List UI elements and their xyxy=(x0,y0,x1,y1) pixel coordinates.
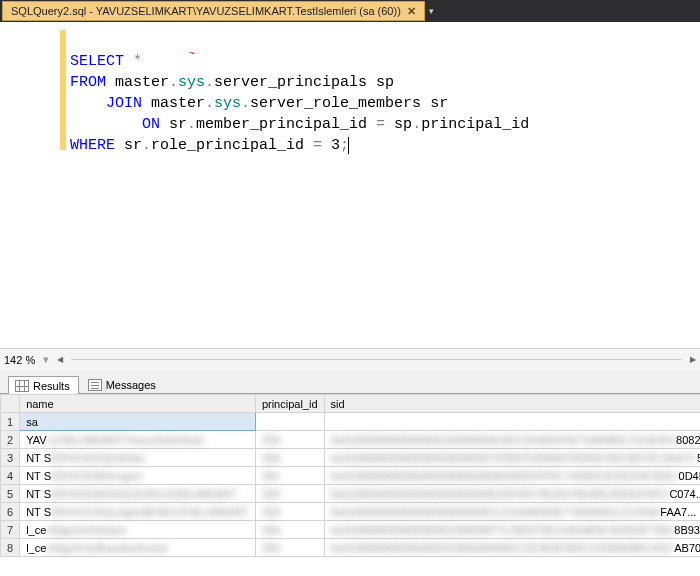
cell-name[interactable]: NT SERVICE\Winmgmt xyxy=(20,467,256,485)
document-tab-bar: SQLQuery2.sql - YAVUZSELIMKART\YAVUZSELI… xyxy=(0,0,700,22)
zoom-dropdown-icon[interactable]: ▾ xyxy=(43,353,49,366)
zoom-level[interactable]: 142 % xyxy=(4,354,35,366)
sql-editor[interactable]: SELECT *~ FROM master.sys.server_princip… xyxy=(0,22,700,348)
messages-icon xyxy=(88,379,102,391)
cell-principal-id[interactable]: 260 xyxy=(255,449,324,467)
table-row[interactable]: 5NT SERVICE\MSSQL$YAVUZSELIMKART2620x010… xyxy=(1,485,701,503)
results-grid[interactable]: name principal_id sid type type_desc 1sa… xyxy=(0,394,700,576)
document-tab[interactable]: SQLQuery2.sql - YAVUZSELIMKART\YAVUZSELI… xyxy=(2,1,425,21)
grid-icon xyxy=(15,380,29,392)
table-row[interactable]: 7l_certSignSmDetach2640x0106000000000009… xyxy=(1,521,701,539)
zoom-bar: 142 % ▾ ◀ ▶ xyxy=(0,348,700,370)
cell-principal-id[interactable]: 264 xyxy=(255,521,324,539)
row-number[interactable]: 3 xyxy=(1,449,20,467)
cell-sid[interactable]: 0x0106000000000005500000005A048DDFF9C743… xyxy=(324,467,700,485)
cell-sid[interactable]: 0x010600000000000550000000E20F4FE7B15874… xyxy=(324,485,700,503)
editor-margin xyxy=(0,30,30,348)
table-row[interactable]: 6NT SERVICE\SQLAgent$YAVUZSELIMKART2630x… xyxy=(1,503,701,521)
cell-name[interactable]: NT SERVICE\SQLWriter xyxy=(20,449,256,467)
cell-name[interactable]: YAVUZSELIMKART\YavuzSelimKart xyxy=(20,431,256,449)
cell-sid[interactable]: 0x010500000000000515000000A1B2C3D4E5F607… xyxy=(324,431,700,449)
header-name[interactable]: name xyxy=(20,395,256,413)
row-number[interactable]: 2 xyxy=(1,431,20,449)
tab-results-label: Results xyxy=(33,380,70,392)
table-row[interactable]: 8l_certSignPolyBaseAuthorize2650x0106000… xyxy=(1,539,701,557)
cell-name[interactable]: sa xyxy=(20,413,256,431)
cell-sid[interactable]: 0x01060000000000055000000011223344556677… xyxy=(324,503,700,521)
cell-sid[interactable] xyxy=(324,413,700,431)
row-number[interactable]: 4 xyxy=(1,467,20,485)
squiggle-icon: ~ xyxy=(189,44,195,65)
cell-name[interactable]: l_certSignPolyBaseAuthorize xyxy=(20,539,256,557)
header-rownum[interactable] xyxy=(1,395,20,413)
header-principal-id[interactable]: principal_id xyxy=(255,395,324,413)
row-number[interactable]: 7 xyxy=(1,521,20,539)
tab-messages[interactable]: Messages xyxy=(81,375,165,393)
row-number[interactable]: 8 xyxy=(1,539,20,557)
horizontal-scrollbar[interactable] xyxy=(71,355,682,365)
table-row[interactable]: 2YAVUZSELIMKART\YavuzSelimKart2590x01050… xyxy=(1,431,701,449)
tab-overflow-icon[interactable]: ▾ xyxy=(429,6,434,16)
tab-messages-label: Messages xyxy=(106,379,156,391)
cell-principal-id[interactable]: 261 xyxy=(255,467,324,485)
row-number[interactable]: 5 xyxy=(1,485,20,503)
cell-principal-id[interactable]: 263 xyxy=(255,503,324,521)
cell-principal-id[interactable] xyxy=(255,413,324,431)
sql-code[interactable]: SELECT *~ FROM master.sys.server_princip… xyxy=(66,30,529,348)
tab-results[interactable]: Results xyxy=(8,376,79,394)
cell-sid[interactable]: 0x010600000000000901000000F7C2B6378E12AA… xyxy=(324,521,700,539)
cell-principal-id[interactable]: 259 xyxy=(255,431,324,449)
cell-name[interactable]: l_certSignSmDetach xyxy=(20,521,256,539)
grid-header-row: name principal_id sid type type_desc xyxy=(1,395,701,413)
header-sid[interactable]: sid xyxy=(324,395,700,413)
cell-sid[interactable]: 0x010600000000000550000000732B9753646EF9… xyxy=(324,449,700,467)
cell-name[interactable]: NT SERVICE\SQLAgent$YAVUZSELIMKART xyxy=(20,503,256,521)
cell-principal-id[interactable]: 262 xyxy=(255,485,324,503)
cell-principal-id[interactable]: 265 xyxy=(255,539,324,557)
table-row[interactable]: 1saSSQL_LOGIN xyxy=(1,413,701,431)
scroll-right-icon[interactable]: ▶ xyxy=(690,355,696,364)
scroll-left-icon[interactable]: ◀ xyxy=(57,355,63,364)
document-tab-title: SQLQuery2.sql - YAVUZSELIMKART\YAVUZSELI… xyxy=(11,5,401,17)
table-row[interactable]: 4NT SERVICE\Winmgmt2610x0106000000000005… xyxy=(1,467,701,485)
close-icon[interactable]: ✕ xyxy=(407,5,416,18)
cell-name[interactable]: NT SERVICE\MSSQL$YAVUZSELIMKART xyxy=(20,485,256,503)
cell-sid[interactable]: 0x010600000000000901000000A0B1C2D3E4F506… xyxy=(324,539,700,557)
row-number[interactable]: 1 xyxy=(1,413,20,431)
row-number[interactable]: 6 xyxy=(1,503,20,521)
text-cursor xyxy=(348,137,349,154)
result-tab-strip: Results Messages xyxy=(0,370,700,394)
table-row[interactable]: 3NT SERVICE\SQLWriter2600x01060000000000… xyxy=(1,449,701,467)
